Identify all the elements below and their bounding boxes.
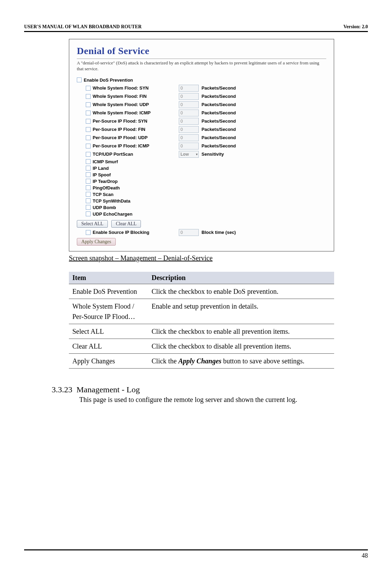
- page-number: 48: [362, 552, 368, 559]
- checkbox[interactable]: [86, 159, 91, 164]
- enable-dos-row: Enable DoS Prevention: [77, 77, 326, 83]
- row-label: PingOfDeath: [93, 185, 120, 190]
- select-value: Low: [180, 152, 189, 157]
- table-row: Whole System Flood / Per-Source IP Flood…: [69, 299, 334, 324]
- select-clear-row: Select ALL Clear ALL: [77, 220, 326, 228]
- checkbox[interactable]: [86, 166, 91, 170]
- apply-row: Apply Changes: [77, 238, 326, 246]
- checkbox[interactable]: [86, 198, 91, 203]
- clear-all-button[interactable]: Clear ALL: [111, 220, 141, 228]
- value-input[interactable]: [179, 93, 199, 100]
- checkbox[interactable]: [86, 119, 91, 124]
- flood-row: Per-Source IP Flood: FIN Packets/Second: [77, 126, 326, 133]
- row-label: Whole System Flood: FIN: [93, 94, 147, 99]
- flood-row: Per-Source IP Flood: ICMP Packets/Second: [77, 143, 326, 149]
- row-label: UDP Bomb: [93, 205, 116, 210]
- enable-dos-label: Enable DoS Prevention: [84, 77, 133, 83]
- cell-item: Select ALL: [69, 324, 148, 339]
- checkbox[interactable]: [86, 102, 91, 107]
- value-input[interactable]: [179, 85, 199, 92]
- flood-row: Per-Source IP Flood: SYN Packets/Second: [77, 118, 326, 125]
- section-title: Management - Log: [76, 385, 140, 394]
- checkbox[interactable]: [86, 86, 91, 91]
- cell-desc: Click the checkbox to disable all preven…: [148, 339, 334, 353]
- value-input[interactable]: [179, 126, 199, 133]
- row-label: UDP EchoChargen: [93, 211, 132, 217]
- value-input[interactable]: [179, 101, 199, 108]
- row-label: Per-Source IP Flood: ICMP: [93, 143, 149, 148]
- row-label: Whole System Flood: SYN: [93, 85, 149, 91]
- simple-row: UDP EchoChargen: [77, 211, 326, 217]
- desc-prefix: Click the: [152, 357, 178, 365]
- simple-row: UDP Bomb: [77, 205, 326, 210]
- row-label: ICMP Smurf: [93, 159, 118, 164]
- checkbox[interactable]: [86, 179, 91, 184]
- value-input[interactable]: [179, 118, 199, 125]
- checkbox[interactable]: [86, 230, 91, 235]
- table-row: Clear ALL Click the checkbox to disable …: [69, 339, 334, 353]
- table-header-item: Item: [69, 272, 148, 284]
- checkbox[interactable]: [86, 205, 91, 210]
- unit-label: Packets/Second: [202, 127, 236, 132]
- dos-fieldset: Enable DoS Prevention Whole System Flood…: [77, 77, 326, 246]
- unit-label: Block time (sec): [202, 230, 236, 235]
- enable-dos-checkbox[interactable]: [77, 77, 82, 82]
- select-all-button[interactable]: Select ALL: [77, 220, 108, 228]
- simple-row: IP Spoof: [77, 172, 326, 177]
- checkbox[interactable]: [86, 135, 91, 140]
- row-label: Per-Source IP Flood: FIN: [93, 127, 145, 132]
- unit-label: Packets/Second: [202, 110, 236, 115]
- footer-rule: [24, 549, 368, 550]
- checkbox[interactable]: [86, 144, 91, 148]
- simple-row: IP TearDrop: [77, 179, 326, 184]
- portscan-row: TCP/UDP PortScan Low ▾ Sensitivity: [77, 151, 326, 158]
- row-label: Whole System Flood: ICMP: [93, 110, 151, 115]
- checkbox[interactable]: [86, 111, 91, 115]
- row-label: TCP SynWithData: [93, 198, 130, 204]
- header-right: Version: 2.0: [343, 24, 368, 30]
- cell-item: Enable DoS Prevention: [69, 284, 148, 299]
- checkbox[interactable]: [86, 152, 91, 157]
- flood-row: Whole System Flood: UDP Packets/Second: [77, 101, 326, 108]
- unit-label: Packets/Second: [202, 135, 236, 140]
- checkbox[interactable]: [86, 185, 91, 190]
- section-body: This page is used to configure the remot…: [79, 396, 368, 404]
- unit-label: Packets/Second: [202, 143, 236, 148]
- dos-screenshot: Denial of Service A "denial-of-service" …: [69, 39, 334, 251]
- source-ip-block-row: Enable Source IP Blocking Block time (se…: [77, 229, 326, 236]
- apply-changes-button[interactable]: Apply Changes: [77, 238, 116, 246]
- row-label: Whole System Flood: UDP: [93, 102, 149, 107]
- desc-suffix: button to save above settings.: [221, 357, 305, 365]
- row-label: IP Spoof: [93, 172, 111, 177]
- cell-desc: Enable and setup prevention in details.: [148, 299, 334, 324]
- description-table: Item Description Enable DoS Prevention C…: [69, 272, 334, 369]
- header-rule: [24, 31, 368, 32]
- cell-item: Whole System Flood / Per-Source IP Flood…: [69, 299, 148, 324]
- checkbox[interactable]: [86, 127, 91, 132]
- unit-label: Packets/Second: [202, 118, 236, 124]
- simple-row: IP Land: [77, 166, 326, 171]
- flood-row: Whole System Flood: ICMP Packets/Second: [77, 110, 326, 116]
- page-header: USER'S MANUAL OF WLAN BROADBAND ROUTER V…: [24, 24, 368, 31]
- screenshot-caption: Screen snapshot – Management – Denial-of…: [69, 254, 368, 262]
- unit-label: Packets/Second: [202, 102, 236, 107]
- row-label: Per-Source IP Flood: UDP: [93, 135, 147, 140]
- sensitivity-select[interactable]: Low ▾: [179, 151, 199, 158]
- checkbox[interactable]: [86, 172, 91, 177]
- checkbox[interactable]: [86, 192, 91, 197]
- dos-description: A "denial-of-service" (DoS) attack is ch…: [77, 60, 326, 72]
- cell-item: Clear ALL: [69, 339, 148, 353]
- desc-em: Apply Changes: [178, 357, 221, 365]
- flood-row: Whole System Flood: SYN Packets/Second: [77, 85, 326, 92]
- checkbox[interactable]: [86, 94, 91, 99]
- row-label: IP TearDrop: [93, 179, 117, 184]
- chevron-down-icon: ▾: [196, 153, 198, 156]
- checkbox[interactable]: [86, 211, 91, 216]
- value-input[interactable]: [179, 229, 199, 236]
- value-input[interactable]: [179, 110, 199, 116]
- unit-label: Packets/Second: [202, 94, 236, 99]
- value-input[interactable]: [179, 143, 199, 149]
- dos-title-rule: [77, 59, 326, 59]
- value-input[interactable]: [179, 134, 199, 141]
- simple-row: PingOfDeath: [77, 185, 326, 190]
